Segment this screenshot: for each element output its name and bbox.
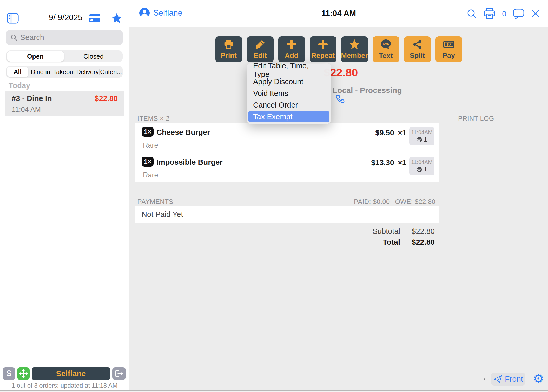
member-button[interactable]: Member [341, 36, 368, 62]
order-toolbar: Print Edit Add [215, 36, 462, 62]
filter-delivery[interactable]: Delivery [76, 68, 99, 76]
total-label: Total [383, 238, 400, 247]
menu-item-void-items[interactable]: Void Items [247, 88, 331, 99]
filter-catering[interactable]: Cateri... [100, 68, 123, 76]
date-picker[interactable]: 9/ 9/2025 [42, 13, 90, 22]
print-count-row: 1 [417, 136, 427, 143]
print-count-badge: 0 [502, 9, 506, 18]
chat-bubble-icon[interactable] [513, 8, 525, 19]
item-note: Rare [143, 141, 158, 149]
close-icon[interactable] [531, 9, 540, 18]
button-label: Text [379, 52, 393, 60]
items-card: 1× Cheese Burger $9.50 ×1 11:04AM 1 [135, 123, 439, 182]
search-icon[interactable] [467, 9, 477, 19]
edit-button[interactable]: Edit [247, 36, 274, 62]
button-label: Print [221, 52, 237, 60]
button-label: Split [410, 52, 425, 60]
quantity-badge: 1× [142, 127, 154, 137]
print-count: 1 [424, 136, 427, 143]
stray-dot [484, 378, 485, 380]
split-button[interactable]: Split [404, 36, 431, 62]
print-log-section-label: PRINT LOG [458, 115, 494, 122]
print-time-chip[interactable]: 11:04AM 1 [409, 127, 434, 145]
menu-item-edit-table-time-type[interactable]: Edit Table, Time, Type [247, 64, 331, 76]
item-name: Impossible Burger [156, 158, 223, 167]
totals-block: Subtotal $22.80 Total $22.80 [135, 227, 439, 248]
subtotal-label: Subtotal [373, 227, 400, 236]
search-input[interactable] [20, 33, 118, 42]
sidebar-toggle-icon [7, 12, 19, 24]
order-detail-panel: Print Edit Add [129, 27, 548, 392]
payment-status-text: Not Paid Yet [142, 210, 183, 219]
tab-closed[interactable]: Closed [64, 50, 123, 62]
gear-icon[interactable]: ⚙ [532, 371, 545, 386]
paid-owe-summary: PAID: $0.00 OWE: $22.80 [354, 198, 435, 205]
bottom-edge-divider [0, 390, 548, 392]
owe-amount: OWE: $22.80 [395, 198, 435, 205]
sign-out-button[interactable] [112, 367, 126, 380]
filter-takeout[interactable]: Takeout [52, 68, 76, 76]
print-time-chip[interactable]: 11:04AM 1 [409, 157, 434, 175]
filter-all[interactable]: All [7, 67, 28, 77]
menu-item-cancel-order[interactable]: Cancel Order [247, 99, 331, 111]
svg-text:SMS: SMS [383, 42, 389, 45]
order-status: Local - Processing [333, 86, 402, 95]
section-label-today: Today [9, 81, 30, 90]
dollar-icon: $ [6, 369, 11, 378]
print-count: 1 [424, 166, 427, 173]
repeat-button[interactable]: Repeat [310, 36, 336, 62]
print-time: 11:04AM [411, 129, 433, 135]
add-button[interactable]: Add [278, 36, 305, 62]
tab-open[interactable]: Open [6, 50, 64, 62]
header-actions: 0 [467, 7, 540, 21]
total-value: $22.80 [400, 238, 435, 247]
sidebar-toggle-button[interactable] [7, 12, 19, 24]
price-value: $9.50 [375, 129, 394, 137]
share-icon [412, 39, 422, 50]
button-label: Member [341, 52, 368, 60]
plus-icon [318, 39, 328, 50]
edit-context-menu: Edit Table, Time, Type Apply Discount Vo… [247, 64, 331, 124]
printer-icon[interactable] [483, 8, 496, 20]
print-button[interactable]: Print [215, 36, 242, 62]
printer-icon [417, 137, 422, 142]
main-panel: Selflane 11:04 AM 0 [129, 0, 548, 392]
bill-icon: $ [443, 39, 454, 50]
order-list-item[interactable]: #3 - Dine In $22.80 11:04 AM [5, 91, 124, 116]
payments-header-row: PAYMENTS PAID: $0.00 OWE: $22.80 [137, 198, 435, 205]
menu-item-tax-exempt[interactable]: Tax Exempt [248, 111, 329, 122]
filter-dine-in[interactable]: Dine in [29, 68, 52, 76]
text-button[interactable]: SMS Text [373, 36, 399, 62]
pay-button[interactable]: $ Pay [435, 36, 462, 62]
credit-card-icon [89, 14, 100, 22]
main-header: Selflane 11:04 AM 0 [129, 0, 548, 27]
move-button[interactable] [17, 367, 30, 380]
total-row: Total $22.80 [135, 238, 439, 248]
price-count: ×1 [398, 129, 406, 137]
status-tabs: Open Closed [6, 50, 123, 62]
button-label: Pay [443, 52, 455, 60]
item-name: Cheese Burger [156, 128, 210, 137]
print-count-row: 1 [417, 166, 427, 173]
item-price: $9.50 ×1 [375, 129, 406, 137]
svg-text:$: $ [448, 42, 450, 46]
sms-icon: SMS [380, 39, 391, 50]
cash-drawer-button[interactable]: $ [3, 367, 15, 380]
card-payments-button[interactable] [89, 14, 100, 22]
payment-status-bar: Not Paid Yet [135, 206, 439, 223]
favorites-button[interactable] [111, 13, 122, 23]
order-item-row[interactable]: 1× Impossible Burger $13.30 ×1 11:04AM [135, 152, 439, 182]
button-label: Add [285, 52, 298, 60]
search-field[interactable] [6, 30, 123, 45]
plus-icon [286, 39, 297, 50]
print-time: 11:04AM [411, 159, 433, 165]
front-button[interactable]: Front [491, 373, 525, 386]
order-item-row[interactable]: 1× Cheese Burger $9.50 ×1 11:04AM 1 [135, 123, 439, 152]
price-value: $13.30 [371, 158, 394, 167]
star-icon [111, 13, 122, 23]
printer-icon [417, 167, 422, 172]
printer-icon [223, 39, 234, 50]
venue-button[interactable]: Selflane [32, 367, 110, 380]
phone-button[interactable] [335, 94, 345, 104]
subtotal-row: Subtotal $22.80 [135, 227, 439, 237]
